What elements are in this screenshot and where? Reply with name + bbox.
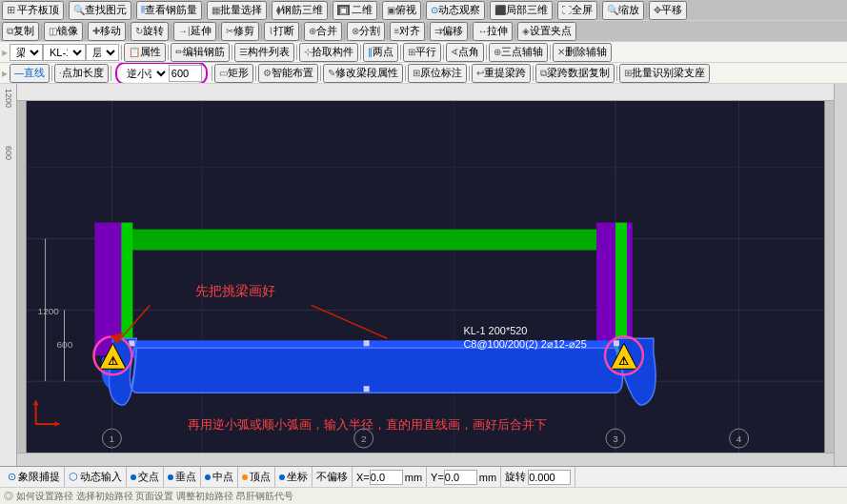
sep-r3-7 xyxy=(443,45,444,60)
toolbar-merge[interactable]: ⊕ 合并 xyxy=(304,22,342,41)
toolbar-edit-steel[interactable]: ✏ 编辑钢筋 xyxy=(171,43,230,62)
handle-2 xyxy=(364,340,370,346)
app-container: ⊞ 平齐板顶 🔍 查找图元 𝄝 查看钢筋量 ▦ 批量选择 ⧫ 钢筋三维 ▣ 二维 xyxy=(0,0,847,504)
toolbar-pingqi[interactable]: ⊞ 平齐板顶 xyxy=(2,1,64,20)
rotate-icon: ↻ xyxy=(135,26,143,36)
toolbar-point-angle[interactable]: ∢ 点角 xyxy=(446,43,484,62)
status-cross[interactable]: 交点 xyxy=(127,467,164,487)
status-dynamic[interactable]: ⬡ 动态输入 xyxy=(65,467,127,487)
toolbar-2d[interactable]: ▣ 二维 xyxy=(333,1,377,20)
beam-stirrup: C8@100/200(2) 2⌀12-⌀25 xyxy=(463,338,586,350)
toolbar-extend[interactable]: →| 延伸 xyxy=(173,22,216,41)
sep-r2-3 xyxy=(128,24,129,39)
toolbar-smart-layout[interactable]: ⚙ 智能布置 xyxy=(258,64,318,83)
toolbar-parallel[interactable]: ⊞ 平行 xyxy=(403,43,441,62)
component-list-icon: ☰ xyxy=(239,47,248,57)
toolbar-dynamic-view[interactable]: ⊙ 动态观察 xyxy=(426,1,485,20)
toolbar-two-point[interactable]: ∥ 两点 xyxy=(363,43,398,62)
sep-r3-5 xyxy=(360,45,361,60)
toolbar-top-view[interactable]: ▣ 俯视 xyxy=(382,1,421,20)
sep-r3-4 xyxy=(296,45,297,60)
sep10 xyxy=(599,3,600,18)
bottom-info-bar: ◎ 如何设置路径 选择初始路径 页面设置 调整初始路径 昂肝钢筋代号 xyxy=(0,487,847,504)
toolbar-steel-qty[interactable]: 𝄝 查看钢筋量 xyxy=(136,1,202,20)
toolbar-trim[interactable]: ✂ 修剪 xyxy=(221,22,259,41)
origin-label-icon: ⊞ xyxy=(413,68,420,78)
toolbar-copy-span-data[interactable]: ⧉ 梁跨数据复制 xyxy=(535,64,615,83)
status-perp[interactable]: 垂点 xyxy=(164,467,201,487)
toolbar-split[interactable]: ⊗ 分割 xyxy=(347,22,385,41)
coord-y-input[interactable] xyxy=(444,470,477,485)
toolbar-find[interactable]: 🔍 查找图元 xyxy=(69,1,131,20)
toolbar-divider-left: ▸ xyxy=(2,46,8,59)
rotate-input[interactable] xyxy=(528,470,571,485)
toolbar-batch-identify-support[interactable]: ⊞ 批量识别梁支座 xyxy=(619,64,710,83)
status-no-move[interactable]: 不偏移 xyxy=(313,467,353,487)
status-vertex[interactable]: 顶点 xyxy=(238,467,275,487)
toolbar-fullscreen[interactable]: ⛶ 全屏 xyxy=(557,1,597,20)
scrollbar-bottom[interactable] xyxy=(17,453,834,466)
rect-icon: ▭ xyxy=(219,68,228,78)
sep2 xyxy=(133,3,134,18)
toolbar-zoom[interactable]: 🔍 缩放 xyxy=(602,1,644,20)
properties-icon: 📋 xyxy=(129,47,140,57)
coord-dot xyxy=(279,474,285,480)
perp-dot xyxy=(168,474,173,480)
toolbar-pick-component[interactable]: ⊹ 拾取构件 xyxy=(299,43,358,62)
toolbar-break[interactable]: ⌇ 打断 xyxy=(264,22,299,41)
toolbar-origin-label[interactable]: ⊞ 原位标注 xyxy=(408,64,467,83)
toolbar-point-length[interactable]: · 点加长度 xyxy=(54,64,109,83)
toolbar-3d-steel[interactable]: ⧫ 钢筋三维 xyxy=(272,1,328,20)
toolbar-rotate[interactable]: ↻ 旋转 xyxy=(131,22,169,41)
main-canvas[interactable]: ⚠ ⚠ 先把挑梁画好 KL-1 200*520 C8@100/200(2) 2⌀… xyxy=(17,101,834,453)
toolbar-three-point-axis[interactable]: ⊕ 三点辅轴 xyxy=(489,43,548,62)
toolbar-copy[interactable]: ⧉ 复制 xyxy=(2,22,39,41)
beam-type-select[interactable]: 梁 xyxy=(10,44,43,61)
toolbar-re-detect-span[interactable]: ↩ 重提梁跨 xyxy=(472,64,531,83)
toolbar-local-3d[interactable]: ⬛ 局部三维 xyxy=(490,1,553,20)
toolbar-grip[interactable]: ◈ 设置夹点 xyxy=(517,22,576,41)
arc-mode-select[interactable]: 逆小弧 xyxy=(121,65,169,82)
status-x: X= mm xyxy=(353,467,427,487)
arc-control-highlight: 逆小弧 xyxy=(115,63,208,84)
beam-id-select[interactable]: KL-1 xyxy=(43,44,86,61)
topview-icon: ▣ xyxy=(387,5,395,15)
dynamic-view-icon: ⊙ xyxy=(431,5,438,15)
toolbar-component-list[interactable]: ☰ 构件列表 xyxy=(234,43,294,62)
layer-select[interactable]: 层1 xyxy=(86,44,119,61)
toolbar-row4: ▸ — 直线 · 点加长度 逆小弧 ▭ 矩形 ⚙ 智能布置 ✎ xyxy=(0,63,847,84)
toolbar-mirror[interactable]: ◫ 镜像 xyxy=(44,22,83,41)
toolbar-line-mode[interactable]: — 直线 xyxy=(10,64,50,83)
line-mode-icon: — xyxy=(14,68,24,78)
pick-component-icon: ⊹ xyxy=(304,47,312,57)
status-mid[interactable]: 中点 xyxy=(201,467,238,487)
grid-num-1: 1 xyxy=(110,433,115,444)
toolbar-move[interactable]: ✚ 移动 xyxy=(88,22,126,41)
grid-num-2: 2 xyxy=(361,433,367,444)
status-coord[interactable]: 坐标 xyxy=(275,467,313,487)
mirror-icon: ◫ xyxy=(49,26,57,36)
sep-r2-10 xyxy=(427,24,428,39)
toolbar-align[interactable]: ≡ 对齐 xyxy=(390,22,426,41)
toolbar-batch-select[interactable]: ▦ 批量选择 xyxy=(207,1,267,20)
arc-value-input[interactable] xyxy=(169,65,202,82)
toolbar-modify-beam-props[interactable]: ✎ 修改梁段属性 xyxy=(323,64,403,83)
local-3d-icon: ⬛ xyxy=(494,5,506,15)
sep-r4-6 xyxy=(405,66,406,81)
coord-x-input[interactable] xyxy=(370,470,403,485)
2d-icon: ▣ xyxy=(337,5,350,15)
toolbar-offset[interactable]: ⇉ 偏移 xyxy=(430,22,468,41)
offset-icon: ⇉ xyxy=(434,26,442,36)
toolbar-pan[interactable]: ✥ 平移 xyxy=(649,1,687,20)
toolbar-properties[interactable]: 📋 属性 xyxy=(124,43,166,62)
sep-r4-4 xyxy=(255,66,256,81)
scrollbar-right[interactable] xyxy=(834,84,847,466)
sep-r2-7 xyxy=(301,24,302,39)
parallel-icon: ⊞ xyxy=(408,47,415,57)
toolbar-stretch[interactable]: ↔ 拉伸 xyxy=(473,22,513,41)
sep3 xyxy=(204,3,205,18)
toolbar-rect[interactable]: ▭ 矩形 xyxy=(214,64,253,83)
toolbar-delete-axis[interactable]: ✕ 删除辅轴 xyxy=(553,43,612,62)
status-snap[interactable]: ⊙ 象限捕提 xyxy=(4,467,65,487)
grip-icon: ◈ xyxy=(522,26,530,36)
